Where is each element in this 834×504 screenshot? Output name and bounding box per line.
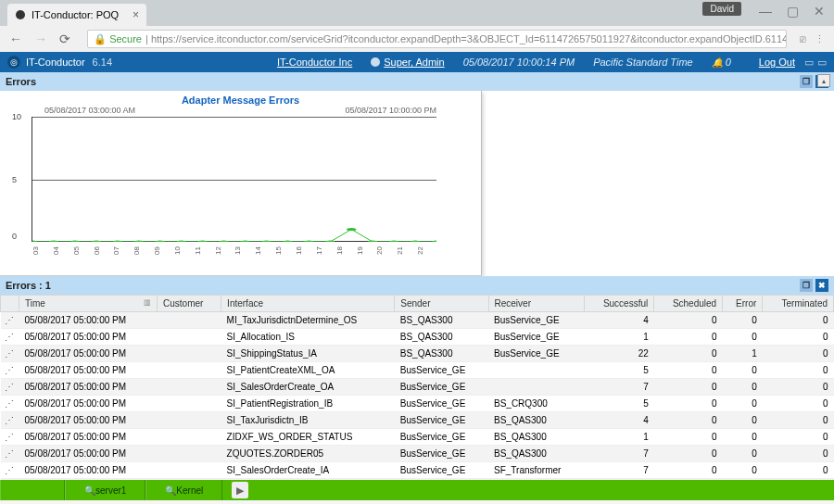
col-header[interactable]: Interface [221, 296, 395, 312]
cell: 0 [723, 362, 763, 379]
menu-icon[interactable]: ⋮ [815, 33, 825, 44]
col-header[interactable]: Receiver [488, 296, 585, 312]
col-header[interactable]: Successful [585, 296, 654, 312]
cell: 0 [763, 412, 834, 429]
window-close-icon[interactable]: ✕ [814, 4, 825, 19]
table-row[interactable]: ⋰05/08/2017 05:00:00 PMSI_SalesOrderCrea… [1, 379, 834, 396]
xtick: 07 [112, 242, 133, 260]
table-row[interactable]: ⋰05/08/2017 05:00:00 PMSI_PatientCreateX… [1, 362, 834, 379]
url-path: /serviceGrid?itconductor.expandDepth=3&O… [288, 33, 787, 44]
header-icon-2[interactable]: ▭ [817, 57, 827, 69]
col-header[interactable]: Scheduled [654, 296, 723, 312]
col-header[interactable]: Customer [158, 296, 221, 312]
table-restore-icon[interactable]: ❐ [800, 279, 813, 292]
cell: 05/08/2017 05:00:00 PM [19, 329, 158, 346]
nav-forward-icon[interactable]: → [34, 32, 47, 46]
xtick: 17 [315, 242, 335, 260]
col-header[interactable]: Time▥ [19, 296, 158, 312]
cell [158, 462, 221, 479]
cell [158, 379, 221, 396]
table-row[interactable]: ⋰05/08/2017 05:00:00 PMZQUOTES.ZORDER05B… [1, 446, 834, 462]
panel-restore-icon[interactable]: ❐ [800, 75, 813, 88]
cell: SI_Allocation_IS [221, 329, 395, 346]
errors-table-header: Errors : 1 ❐ ✖ [0, 276, 834, 295]
table-row[interactable]: ⋰05/08/2017 05:00:00 PMMI_TaxJurisdictnD… [1, 312, 834, 329]
cell [158, 346, 221, 362]
table-row[interactable]: ⋰05/08/2017 05:00:00 PMSI_ShippingStatus… [1, 346, 834, 362]
cell: ⋰ [1, 312, 19, 329]
errors-table-title: Errors : 1 [6, 280, 51, 291]
table-row[interactable]: ⋰05/08/2017 05:00:00 PMSI_PatientRegistr… [1, 396, 834, 412]
screenshot-icon[interactable]: ⎚ [800, 33, 806, 44]
cell: ⋰ [1, 396, 19, 412]
col-header[interactable]: Terminated [763, 296, 834, 312]
errors-table-wrap[interactable]: Time▥CustomerInterfaceSenderReceiverSucc… [0, 295, 834, 480]
cell: 0 [763, 396, 834, 412]
xtick: 11 [194, 242, 214, 260]
table-row[interactable]: ⋰05/08/2017 05:00:00 PMSI_Allocation_ISB… [1, 329, 834, 346]
xtick: 06 [93, 242, 113, 260]
cell: 05/08/2017 05:00:00 PM [19, 379, 158, 396]
cell [488, 362, 585, 379]
cell: 0 [654, 429, 723, 446]
taskbar-item-kernel[interactable]: 🔍 Kernel [145, 480, 222, 500]
chart-title: Adapter Message Errors [7, 94, 474, 106]
cell: SI_PatientRegistration_IB [221, 396, 395, 412]
logout-link[interactable]: Log Out [759, 57, 795, 68]
url-box[interactable]: 🔒 Secure | https://service.itconductor.c… [87, 30, 787, 48]
cell: 7 [585, 446, 654, 462]
bell-icon [712, 57, 723, 68]
cell: 0 [654, 379, 723, 396]
cell: SI_SalesOrderCreate_IA [221, 462, 395, 479]
cell: SI_SalesOrderCreate_OA [221, 379, 395, 396]
cell: BusService_GE [395, 462, 488, 479]
table-row[interactable]: ⋰05/08/2017 05:00:00 PMSI_SalesOrderCrea… [1, 462, 834, 479]
app-header: ◎ IT-Conductor 6.14 IT-Conductor Inc Sup… [0, 52, 834, 72]
nav-back-icon[interactable]: ← [9, 32, 22, 46]
cell: 0 [763, 429, 834, 446]
cell: 7 [585, 379, 654, 396]
alert-badge[interactable]: 0 [712, 57, 731, 68]
taskbar-play-icon[interactable]: ▶ [232, 482, 248, 498]
nav-reload-icon[interactable]: ⟳ [59, 32, 70, 46]
cell: BusService_GE [395, 396, 488, 412]
xtick: 03 [32, 242, 52, 260]
cell: ⋰ [1, 346, 19, 362]
taskbar-item-server1[interactable]: 🔍 server1 [65, 480, 145, 500]
scroll-up-button[interactable]: ▴ [817, 74, 830, 87]
window-maximize-icon[interactable]: ▢ [787, 4, 799, 19]
header-icon-1[interactable]: ▭ [804, 57, 814, 69]
cell [158, 396, 221, 412]
bottom-taskbar: 🔍 server1 🔍 Kernel ▶ [0, 480, 834, 500]
xtick: 15 [274, 242, 295, 260]
table-close-icon[interactable]: ✖ [815, 279, 828, 292]
table-row[interactable]: ⋰05/08/2017 05:00:00 PMSI_TaxJurisdictn_… [1, 412, 834, 429]
cell [158, 362, 221, 379]
col-header[interactable]: Error [723, 296, 763, 312]
cell: 0 [654, 346, 723, 362]
cell: SI_ShippingStatus_IA [221, 346, 395, 362]
cell [158, 412, 221, 429]
col-header[interactable]: Sender [395, 296, 488, 312]
errors-table: Time▥CustomerInterfaceSenderReceiverSucc… [0, 295, 834, 480]
xtick: 18 [335, 242, 356, 260]
sort-icon[interactable]: ▥ [144, 298, 151, 307]
tab-close-icon[interactable]: × [133, 8, 139, 21]
xtick: 22 [416, 242, 436, 260]
col-header[interactable] [1, 296, 19, 312]
cell: BusService_GE [395, 412, 488, 429]
user-link[interactable]: Super, Admin [371, 57, 444, 68]
app-logo-icon[interactable]: ◎ [7, 56, 20, 69]
browser-tab[interactable]: IT-Conductor: POQ × [7, 4, 146, 26]
table-row[interactable]: ⋰05/08/2017 05:00:00 PMZIDXF_WS_ORDER_ST… [1, 429, 834, 446]
company-link[interactable]: IT-Conductor Inc [277, 57, 352, 68]
favicon-icon [15, 9, 26, 20]
window-minimize-icon[interactable]: — [759, 4, 772, 19]
cell: 7 [585, 462, 654, 479]
chart-plot: 0 5 10 [32, 117, 474, 242]
signal-icon: ⋰ [5, 315, 14, 325]
cell: BS_QAS300 [488, 429, 585, 446]
profile-badge[interactable]: David [702, 2, 741, 16]
cell: 22 [585, 346, 654, 362]
cell: BS_QAS300 [395, 346, 488, 362]
